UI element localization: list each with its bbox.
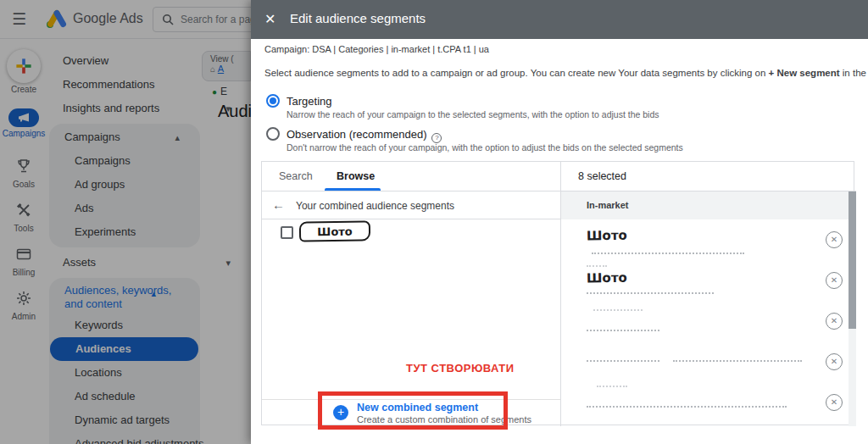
redacted-text bbox=[587, 292, 714, 294]
segment-picker: Search Browse ← Your combined audience s… bbox=[261, 161, 854, 425]
redacted-text bbox=[597, 386, 627, 387]
selected-segment-row: Шото ✕ bbox=[561, 219, 856, 260]
breadcrumb-row: ← Your combined audience segments bbox=[262, 191, 560, 219]
selected-segment-row: ✕ bbox=[561, 341, 856, 382]
scrollbar-track bbox=[849, 191, 856, 426]
segment-checkbox[interactable] bbox=[281, 226, 293, 239]
selected-panel: 8 selected In-market Шото ✕ Шото ✕ ✕ bbox=[560, 162, 855, 426]
help-icon[interactable]: ? bbox=[431, 133, 442, 143]
description-bold: + New segment bbox=[769, 68, 840, 78]
remove-segment-icon[interactable]: ✕ bbox=[826, 394, 843, 411]
active-tab-underline bbox=[325, 188, 381, 191]
panel-title: Edit audience segments bbox=[290, 11, 426, 25]
selected-count: 8 selected bbox=[578, 170, 626, 182]
description-prefix: Select audience segments to add to a cam… bbox=[264, 68, 769, 78]
redacted-text bbox=[587, 330, 659, 331]
remove-segment-icon[interactable]: ✕ bbox=[826, 313, 843, 330]
group-label: In-market bbox=[587, 200, 629, 210]
radio-label-text: Observation (recommended) bbox=[287, 128, 426, 141]
remove-segment-icon[interactable]: ✕ bbox=[826, 231, 843, 248]
annotation-highlight-box bbox=[318, 391, 508, 430]
targeting-option[interactable]: Targeting Narrow the reach of your campa… bbox=[266, 94, 851, 123]
selected-segment-row: ✕ bbox=[561, 382, 856, 423]
scribble-label: Шото bbox=[587, 270, 627, 286]
tab-search[interactable]: Search bbox=[279, 170, 313, 182]
panel-description: Select audience segments to add to a cam… bbox=[264, 68, 868, 81]
radio-selected-icon[interactable] bbox=[266, 94, 280, 108]
radio-unselected-icon[interactable] bbox=[266, 127, 280, 141]
panel-header: ✕ Edit audience segments bbox=[251, 0, 868, 39]
radio-label: Targeting bbox=[287, 95, 331, 108]
remove-segment-icon[interactable]: ✕ bbox=[826, 353, 843, 370]
breadcrumb: Your combined audience segments bbox=[296, 200, 454, 212]
redacted-text bbox=[592, 253, 744, 254]
radio-description: Narrow the reach of your campaign to the… bbox=[287, 109, 659, 119]
scribble-label: Шото bbox=[317, 225, 353, 238]
selected-segment-row: Шото ✕ bbox=[561, 260, 856, 301]
annotation-note: ТУТ СТВОРЮВАТИ bbox=[406, 362, 515, 375]
description-suffix: in the Search tab. bbox=[840, 68, 868, 78]
browse-panel: Search Browse ← Your combined audience s… bbox=[262, 162, 560, 426]
edit-audience-segments-panel: ✕ Edit audience segments Campaign: DSA |… bbox=[251, 0, 868, 444]
remove-segment-icon[interactable]: ✕ bbox=[826, 272, 843, 289]
in-market-group-header: In-market bbox=[561, 191, 856, 219]
redacted-text bbox=[593, 309, 643, 311]
tab-browse[interactable]: Browse bbox=[337, 170, 375, 182]
radio-description: Don't narrow the reach of your campaign,… bbox=[287, 142, 683, 153]
redacted-text bbox=[587, 360, 659, 362]
selected-header: 8 selected bbox=[561, 162, 856, 191]
close-icon[interactable]: ✕ bbox=[264, 11, 275, 27]
redacted-text bbox=[673, 360, 802, 362]
scribble-label: Шото bbox=[587, 228, 627, 244]
redaction-scribble-box: Шото bbox=[299, 220, 370, 241]
scrollbar-thumb[interactable] bbox=[849, 191, 856, 329]
observation-option[interactable]: Observation (recommended)? Don't narrow … bbox=[266, 127, 851, 156]
tab-bar: Search Browse bbox=[262, 162, 560, 191]
radio-label: Observation (recommended)? bbox=[287, 128, 442, 143]
redacted-text bbox=[587, 265, 607, 267]
selected-segment-row: ✕ bbox=[561, 301, 856, 341]
campaign-breadcrumb: Campaign: DSA | Categories | in-market |… bbox=[264, 44, 489, 54]
back-arrow-icon[interactable]: ← bbox=[272, 197, 285, 212]
redacted-text bbox=[587, 406, 787, 408]
